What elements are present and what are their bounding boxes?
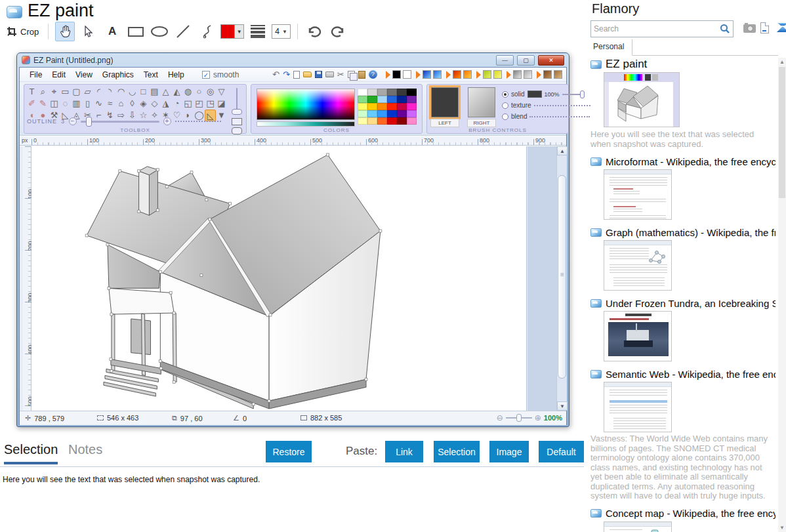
menu-view[interactable]: View <box>75 70 93 79</box>
palette-color[interactable] <box>407 110 417 117</box>
toolbox-tool[interactable]: ▤ <box>149 86 160 98</box>
palette-color[interactable] <box>377 89 387 96</box>
toolbox-tool[interactable]: ◠ <box>115 86 127 98</box>
restore-button[interactable]: Restore <box>266 441 312 462</box>
gradient-preset-swatch[interactable] <box>433 70 442 79</box>
gradient-preset-swatch[interactable] <box>554 70 562 79</box>
palette-color[interactable] <box>358 103 367 110</box>
solid-color-swatch[interactable] <box>527 91 542 98</box>
palette-color[interactable] <box>387 96 397 103</box>
line-width-button[interactable] <box>248 22 268 41</box>
palette-color[interactable] <box>367 117 377 125</box>
list-item[interactable]: Concept map - Wikipedia, the free encycl… <box>590 507 776 532</box>
toolbox-tool[interactable]: ◎ <box>205 86 216 98</box>
checkbox-checked-icon[interactable]: ✓ <box>202 71 210 79</box>
toolbox-tool[interactable]: ◌ <box>60 98 71 110</box>
help-icon[interactable]: ? <box>369 70 377 79</box>
canvas-vertical-scrollbar[interactable]: ▲ ▼ <box>556 146 567 411</box>
blend-option[interactable]: blend <box>502 111 590 122</box>
toolbox-tool[interactable]: ◊ <box>127 98 138 110</box>
palette-color[interactable] <box>407 89 417 96</box>
palette-color[interactable] <box>367 103 377 110</box>
list-item[interactable]: Under Frozen Tundra, an Icebreaking Ship… <box>590 297 776 361</box>
rect-style-button[interactable] <box>232 118 242 125</box>
menu-edit[interactable]: Edit <box>52 70 66 79</box>
opacity-slider[interactable] <box>562 94 585 95</box>
sidebar-scrollbar[interactable]: ▲ ▼ <box>778 58 786 532</box>
toolbox-tool[interactable]: ◈ <box>138 98 149 110</box>
palette-color[interactable] <box>387 89 397 96</box>
texture-option[interactable]: texture <box>502 100 590 111</box>
palette-color[interactable] <box>367 96 377 103</box>
menu-graphics[interactable]: Graphics <box>102 70 134 79</box>
zoom-slider[interactable] <box>506 417 532 419</box>
gradient-preset-swatch[interactable] <box>483 70 491 79</box>
toolbox-tool[interactable]: ✎ <box>37 98 49 110</box>
palette-color[interactable] <box>397 117 407 125</box>
scroll-up-arrow[interactable]: ▲ <box>557 146 568 155</box>
toolbox-tool[interactable]: ◪ <box>216 98 227 110</box>
left-color-swatch[interactable] <box>431 87 459 117</box>
palette-color[interactable] <box>367 110 377 117</box>
outline-slider-knob[interactable] <box>86 117 92 127</box>
toolbox-tool[interactable]: ⌕ <box>37 86 49 98</box>
palette-color[interactable] <box>367 89 377 96</box>
radio-icon[interactable] <box>502 113 508 120</box>
open-file-icon[interactable] <box>303 72 312 77</box>
color-dropdown-arrow[interactable]: ▼ <box>234 25 243 38</box>
toolbox-tool[interactable]: ◇ <box>149 98 160 110</box>
palette-color[interactable] <box>377 96 387 103</box>
palette-color[interactable] <box>397 110 407 117</box>
list-item[interactable]: Semantic Web - Wikipedia, the free encyc… <box>590 367 776 501</box>
toolbox-tool[interactable]: T <box>26 86 37 98</box>
drawing-canvas[interactable] <box>31 146 527 411</box>
palette-color[interactable] <box>407 117 417 125</box>
menu-text[interactable]: Text <box>144 70 158 79</box>
copy-icon[interactable] <box>348 71 355 78</box>
toolbox-tool[interactable]: □ <box>138 86 149 98</box>
solid-option[interactable]: solid 100% <box>502 89 590 100</box>
paste-default-button[interactable]: Default <box>539 441 584 462</box>
paste-selection-button[interactable]: Selection <box>434 441 480 462</box>
toolbox-tool[interactable]: ◝ <box>104 86 115 98</box>
ellipse-tool-button[interactable] <box>150 22 169 41</box>
scrollbar-thumb[interactable] <box>779 67 785 198</box>
window-titlebar[interactable]: EZ Paint (Untitled.png) — ▢ ✕ <box>19 53 567 67</box>
menu-help[interactable]: Help <box>168 70 184 79</box>
gradient-preset-swatch[interactable] <box>524 70 532 79</box>
outline-slider[interactable] <box>81 121 159 123</box>
right-color-swatch[interactable] <box>468 87 495 117</box>
camera-icon[interactable] <box>743 24 756 33</box>
toolbox-tool[interactable]: ◳ <box>205 98 216 110</box>
smooth-toggle[interactable]: ✓ smooth <box>202 70 239 79</box>
palette-color[interactable] <box>407 103 417 110</box>
snapshot-thumbnail[interactable] <box>604 382 672 432</box>
toolbox-tool[interactable]: ▭ <box>60 86 71 98</box>
palette-color[interactable] <box>377 110 387 117</box>
toolbox-slider-knob[interactable] <box>232 109 242 115</box>
palette-color[interactable] <box>358 110 367 117</box>
toolbox-tool[interactable]: ▱ <box>82 86 93 98</box>
color-value-strip[interactable] <box>257 121 355 127</box>
snapshot-thumbnail[interactable] <box>604 72 680 127</box>
list-item[interactable]: EZ paint <box>590 58 776 149</box>
scrollbar-thumb[interactable] <box>558 175 566 379</box>
toolbox-tool[interactable]: △ <box>160 86 171 98</box>
toolbox-tool[interactable]: ◰ <box>194 98 205 110</box>
toolbox-tool[interactable]: ◍ <box>182 86 194 98</box>
palette-color[interactable] <box>397 103 407 110</box>
toolbox-tool[interactable]: ◜ <box>93 86 104 98</box>
gradient-preset-swatch[interactable] <box>453 70 461 79</box>
tab-personal[interactable]: Personal <box>585 39 632 56</box>
toolbox-tool[interactable]: ○ <box>194 86 205 98</box>
rectangle-tool-button[interactable] <box>126 22 146 41</box>
close-button[interactable]: ✕ <box>538 55 564 66</box>
color-picker-button[interactable]: ▼ <box>220 24 244 39</box>
print-icon[interactable] <box>325 72 334 77</box>
palette-color[interactable] <box>377 103 387 110</box>
palette-color[interactable] <box>387 117 397 125</box>
maximize-button[interactable]: ▢ <box>517 55 535 66</box>
palette-color[interactable] <box>358 117 367 125</box>
minimize-button[interactable]: — <box>496 55 514 66</box>
gradient-preset-swatch[interactable] <box>403 70 411 79</box>
